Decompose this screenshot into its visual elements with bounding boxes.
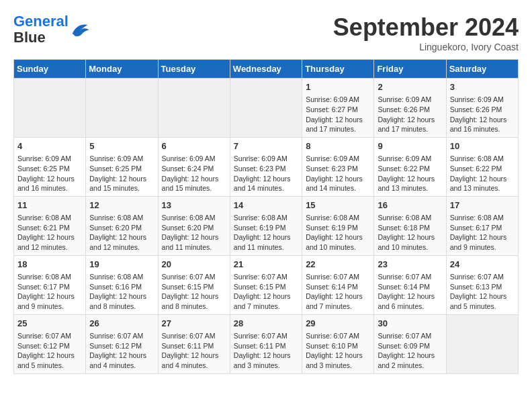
daylight-line2: and 15 minutes. (89, 184, 140, 192)
day-number: 30 (378, 318, 442, 330)
daylight-line1: Daylight: 12 hours (378, 292, 435, 300)
calendar-cell: 11Sunrise: 6:08 AMSunset: 6:21 PMDayligh… (14, 196, 86, 255)
calendar-header-wednesday: Wednesday (230, 60, 302, 79)
sunset-line: Sunset: 6:16 PM (89, 283, 142, 291)
sunrise-line: Sunrise: 6:09 AM (162, 154, 216, 163)
sunrise-line: Sunrise: 6:08 AM (17, 273, 71, 281)
daylight-line1: Daylight: 12 hours (162, 175, 219, 183)
calendar-cell (230, 79, 302, 138)
calendar-header-thursday: Thursday (302, 60, 374, 79)
day-number: 28 (234, 318, 298, 330)
sunrise-line: Sunrise: 6:09 AM (450, 95, 504, 103)
sunrise-line: Sunrise: 6:09 AM (234, 154, 287, 163)
daylight-line1: Daylight: 12 hours (17, 233, 75, 241)
sunset-line: Sunset: 6:15 PM (162, 283, 214, 291)
calendar-cell: 13Sunrise: 6:08 AMSunset: 6:20 PMDayligh… (158, 196, 230, 255)
daylight-line1: Daylight: 12 hours (306, 116, 363, 124)
daylight-line1: Daylight: 12 hours (306, 233, 363, 241)
sunrise-line: Sunrise: 6:09 AM (378, 154, 431, 163)
daylight-line1: Daylight: 12 hours (306, 175, 363, 183)
day-number: 23 (378, 259, 442, 271)
day-number: 1 (306, 81, 370, 93)
sunset-line: Sunset: 6:27 PM (306, 105, 358, 113)
month-title: September 2024 (333, 13, 519, 42)
sunset-line: Sunset: 6:17 PM (17, 283, 70, 291)
calendar-cell: 16Sunrise: 6:08 AMSunset: 6:18 PMDayligh… (374, 196, 446, 255)
sunset-line: Sunset: 6:22 PM (450, 165, 502, 173)
sunset-line: Sunset: 6:25 PM (17, 165, 70, 173)
sunrise-line: Sunrise: 6:07 AM (378, 332, 431, 340)
sunset-line: Sunset: 6:20 PM (89, 224, 142, 232)
sunset-line: Sunset: 6:19 PM (234, 224, 286, 232)
daylight-line1: Daylight: 12 hours (450, 175, 507, 183)
daylight-line1: Daylight: 12 hours (306, 351, 363, 359)
day-number: 25 (17, 318, 82, 330)
sunrise-line: Sunrise: 6:08 AM (378, 214, 431, 222)
sunset-line: Sunset: 6:15 PM (234, 283, 286, 291)
daylight-line1: Daylight: 12 hours (162, 292, 219, 300)
sunset-line: Sunset: 6:17 PM (450, 224, 502, 232)
sunrise-line: Sunrise: 6:07 AM (450, 273, 504, 281)
sunrise-line: Sunrise: 6:07 AM (17, 332, 71, 340)
calendar-week-row: 25Sunrise: 6:07 AMSunset: 6:12 PMDayligh… (14, 314, 519, 373)
sunrise-line: Sunrise: 6:09 AM (306, 154, 359, 163)
daylight-line2: and 15 minutes. (162, 184, 212, 192)
daylight-line2: and 17 minutes. (378, 125, 428, 133)
daylight-line2: and 4 minutes. (162, 361, 208, 369)
calendar-body: 1Sunrise: 6:09 AMSunset: 6:27 PMDaylight… (14, 79, 519, 374)
daylight-line2: and 4 minutes. (89, 361, 136, 369)
daylight-line2: and 16 minutes. (17, 184, 68, 192)
sunrise-line: Sunrise: 6:08 AM (89, 273, 143, 281)
daylight-line1: Daylight: 12 hours (234, 175, 291, 183)
day-number: 20 (162, 259, 226, 271)
calendar-cell: 10Sunrise: 6:08 AMSunset: 6:22 PMDayligh… (446, 137, 518, 196)
daylight-line2: and 12 minutes. (17, 243, 68, 251)
calendar-header-monday: Monday (86, 60, 158, 79)
day-number: 3 (450, 81, 515, 93)
day-number: 27 (162, 318, 226, 330)
calendar-cell: 22Sunrise: 6:07 AMSunset: 6:14 PMDayligh… (302, 255, 374, 314)
calendar-header-row: SundayMondayTuesdayWednesdayThursdayFrid… (14, 60, 519, 79)
daylight-line1: Daylight: 12 hours (450, 292, 507, 300)
calendar-cell: 25Sunrise: 6:07 AMSunset: 6:12 PMDayligh… (14, 314, 86, 373)
daylight-line2: and 8 minutes. (162, 302, 208, 310)
calendar-cell: 7Sunrise: 6:09 AMSunset: 6:23 PMDaylight… (230, 137, 302, 196)
calendar-cell (86, 79, 158, 138)
calendar-cell: 2Sunrise: 6:09 AMSunset: 6:26 PMDaylight… (374, 79, 446, 138)
calendar-cell: 14Sunrise: 6:08 AMSunset: 6:19 PMDayligh… (230, 196, 302, 255)
daylight-line2: and 11 minutes. (162, 243, 212, 251)
sunset-line: Sunset: 6:12 PM (89, 342, 142, 350)
sunset-line: Sunset: 6:20 PM (162, 224, 214, 232)
sunset-line: Sunset: 6:19 PM (306, 224, 358, 232)
sunrise-line: Sunrise: 6:07 AM (162, 332, 216, 340)
calendar-cell: 1Sunrise: 6:09 AMSunset: 6:27 PMDaylight… (302, 79, 374, 138)
daylight-line2: and 2 minutes. (378, 361, 424, 369)
day-number: 9 (378, 140, 442, 152)
daylight-line1: Daylight: 12 hours (450, 233, 507, 241)
daylight-line2: and 13 minutes. (450, 184, 500, 192)
sunset-line: Sunset: 6:10 PM (306, 342, 358, 350)
calendar-cell: 19Sunrise: 6:08 AMSunset: 6:16 PMDayligh… (86, 255, 158, 314)
sunset-line: Sunset: 6:18 PM (378, 224, 430, 232)
calendar-cell: 21Sunrise: 6:07 AMSunset: 6:15 PMDayligh… (230, 255, 302, 314)
sunrise-line: Sunrise: 6:07 AM (234, 273, 287, 281)
daylight-line2: and 11 minutes. (234, 243, 284, 251)
page-header: GeneralBlue September 2024 Linguekoro, I… (13, 13, 519, 52)
daylight-line2: and 5 minutes. (17, 361, 64, 369)
daylight-line2: and 9 minutes. (450, 243, 496, 251)
sunset-line: Sunset: 6:09 PM (378, 342, 430, 350)
calendar-cell: 30Sunrise: 6:07 AMSunset: 6:09 PMDayligh… (374, 314, 446, 373)
daylight-line1: Daylight: 12 hours (306, 292, 363, 300)
day-number: 15 (306, 199, 370, 212)
sunrise-line: Sunrise: 6:09 AM (89, 154, 143, 163)
calendar-cell (158, 79, 230, 138)
sunrise-line: Sunrise: 6:09 AM (378, 95, 431, 103)
calendar-cell: 8Sunrise: 6:09 AMSunset: 6:23 PMDaylight… (302, 137, 374, 196)
sunset-line: Sunset: 6:11 PM (234, 342, 286, 350)
daylight-line1: Daylight: 12 hours (450, 116, 507, 124)
logo-text: GeneralBlue (13, 13, 69, 46)
sunrise-line: Sunrise: 6:08 AM (234, 214, 287, 222)
daylight-line1: Daylight: 12 hours (89, 233, 146, 241)
day-number: 12 (89, 199, 154, 212)
sunset-line: Sunset: 6:22 PM (378, 165, 430, 173)
